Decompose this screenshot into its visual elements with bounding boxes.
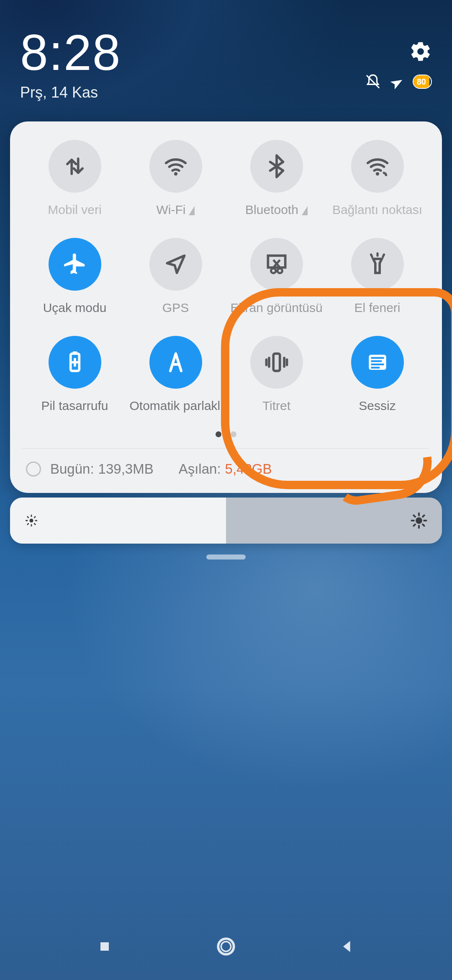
vibrate-label: Titret — [262, 399, 290, 413]
data-today-label: Bugün: — [50, 461, 94, 477]
dnd-icon — [365, 74, 381, 90]
gps-label: GPS — [162, 301, 189, 315]
toggle-flashlight[interactable]: El feneri — [327, 238, 428, 315]
hotspot-button[interactable] — [351, 140, 404, 193]
toggle-gps[interactable]: GPS — [125, 238, 226, 315]
screenshot-label: Ekran görüntüsü — [231, 301, 323, 315]
panel-drag-handle[interactable] — [206, 554, 246, 560]
toggle-hotspot[interactable]: Bağlantı noktası — [327, 140, 428, 217]
quick-settings-panel: Mobil veriWi-FiBluetoothBağlantı noktası… — [10, 121, 442, 493]
location-icon — [163, 251, 189, 277]
expand-caret-icon[interactable] — [189, 206, 195, 215]
recent-apps-icon — [96, 938, 113, 955]
nav-back-button[interactable] — [331, 930, 364, 963]
auto-bright-button[interactable] — [149, 336, 202, 389]
airplane-status-icon — [389, 74, 404, 89]
bluetooth-icon — [264, 153, 290, 179]
toggle-screenshot[interactable]: Ekran görüntüsü — [226, 238, 327, 315]
nav-home-button[interactable] — [209, 930, 243, 963]
silent-button[interactable] — [351, 336, 404, 389]
data-usage-row[interactable]: Bugün: 139,3MB Aşılan: 5,42GB — [24, 459, 428, 483]
bluetooth-label: Bluetooth — [245, 203, 298, 217]
navigation-bar — [0, 930, 452, 963]
gear-icon — [409, 40, 432, 63]
page-dot-2 — [231, 431, 236, 437]
toggle-airplane[interactable]: Uçak modu — [24, 238, 125, 315]
screenshot-button[interactable] — [250, 238, 303, 291]
toggle-vibrate[interactable]: Titret — [226, 336, 327, 413]
toggle-mobile-data[interactable]: Mobil veri — [24, 140, 125, 217]
silent-label: Sessiz — [359, 399, 396, 413]
data-arrows-icon — [62, 153, 88, 179]
bluetooth-button[interactable] — [250, 140, 303, 193]
airplane-label: Uçak modu — [43, 301, 107, 315]
wifi-button[interactable] — [149, 140, 202, 193]
vibrate-icon — [264, 349, 290, 375]
flashlight-button[interactable] — [351, 238, 404, 291]
clock: 8:28 — [20, 23, 432, 81]
silent-icon — [365, 349, 390, 375]
battery-saver-label: Pil tasarrufu — [41, 399, 108, 413]
page-dot-1 — [216, 431, 221, 437]
data-exceeded-value: 5,42GB — [225, 461, 272, 477]
battery-indicator: 80 — [413, 75, 432, 89]
page-indicator[interactable] — [24, 431, 428, 437]
toggle-silent[interactable]: Sessiz — [327, 336, 428, 413]
brightness-slider[interactable] — [10, 498, 442, 544]
expand-caret-icon[interactable] — [302, 206, 308, 215]
brightness-low-icon — [24, 513, 39, 528]
data-today-value: 139,3MB — [98, 461, 154, 477]
brightness-fill — [10, 498, 226, 544]
mobile-data-label: Mobil veri — [48, 203, 101, 217]
flashlight-label: El feneri — [354, 301, 400, 315]
toggle-wifi[interactable]: Wi-Fi — [125, 140, 226, 217]
brightness-high-icon — [410, 512, 428, 529]
flashlight-icon — [365, 251, 390, 277]
toggle-battery-saver[interactable]: Pil tasarrufu — [24, 336, 125, 413]
airplane-icon — [62, 251, 88, 277]
settings-button[interactable] — [409, 40, 432, 63]
auto-brightness-icon — [163, 349, 189, 375]
airplane-button[interactable] — [49, 238, 101, 291]
nav-recent-button[interactable] — [88, 930, 121, 963]
mobile-data-button[interactable] — [49, 140, 101, 193]
data-exceeded-label: Aşılan: — [179, 461, 221, 477]
wifi-icon — [163, 153, 189, 179]
data-usage-ring-icon — [26, 462, 41, 477]
wifi-label: Wi-Fi — [157, 203, 186, 217]
toggle-auto-bright[interactable]: Otomatik parlaklık — [125, 336, 226, 413]
vibrate-button[interactable] — [250, 336, 303, 389]
hotspot-label: Bağlantı noktası — [332, 203, 422, 217]
hotspot-icon — [365, 153, 390, 179]
battery-saver-icon — [62, 349, 88, 375]
battery-saver-button[interactable] — [49, 336, 101, 389]
auto-bright-label: Otomatik parlaklık — [130, 399, 222, 413]
toggle-bluetooth[interactable]: Bluetooth — [226, 140, 327, 217]
gps-button[interactable] — [149, 238, 202, 291]
divider — [23, 448, 429, 449]
screenshot-icon — [264, 251, 290, 277]
back-icon — [339, 938, 356, 955]
home-icon — [214, 935, 238, 958]
